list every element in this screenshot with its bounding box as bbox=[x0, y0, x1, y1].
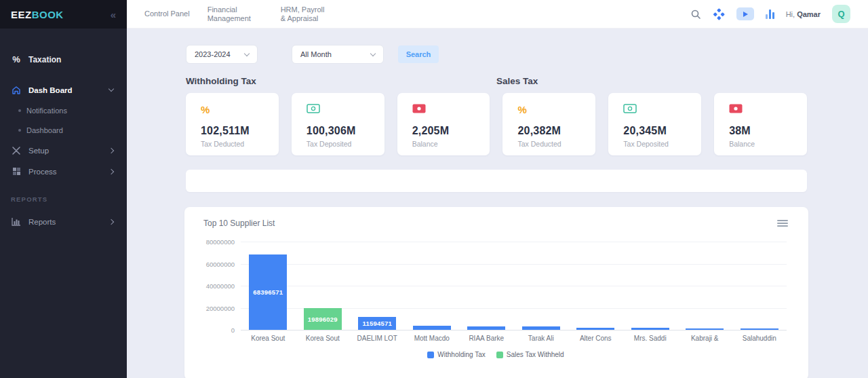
stat-value: 100,306M bbox=[307, 125, 374, 137]
y-tick: 60000000 bbox=[206, 260, 235, 267]
sidebar-header: EEZBOOK « bbox=[0, 0, 127, 29]
chevron-right-icon bbox=[108, 169, 114, 174]
bar-slot bbox=[514, 242, 569, 330]
user-greeting: Hi, Qamar bbox=[786, 10, 821, 18]
stat-value: 38M bbox=[729, 125, 796, 137]
bar-slot bbox=[405, 242, 460, 330]
bar bbox=[467, 326, 505, 330]
y-tick: 40000000 bbox=[206, 282, 235, 290]
bar-slot bbox=[623, 242, 678, 330]
bar bbox=[576, 328, 614, 330]
x-category-label: Kabraji & bbox=[677, 335, 732, 342]
chart-legend: Withholding Tax Sales Tax Withheld bbox=[203, 351, 788, 358]
legend-swatch bbox=[496, 352, 503, 358]
month-select[interactable]: All Month bbox=[292, 45, 384, 64]
bar-slot bbox=[568, 242, 623, 330]
stat-label: Tax Deducted bbox=[201, 140, 268, 148]
sidebar-item-label: Reports bbox=[28, 218, 56, 226]
nav-hrm-payroll[interactable]: HRM, Payroll & Appraisal bbox=[281, 5, 331, 23]
sidebar-item-label: Taxation bbox=[28, 55, 61, 64]
card-st-tax-deducted: % 20,382M Tax Deducted bbox=[502, 93, 595, 155]
bar-slot bbox=[677, 242, 732, 330]
bars-container: 683965711989602911594571 bbox=[241, 242, 787, 330]
legend-label: Withholding Tax bbox=[437, 351, 485, 358]
section-titles: Withholding Tax Sales Tax bbox=[186, 76, 807, 86]
y-tick: 0 bbox=[231, 326, 235, 334]
chevron-down-icon bbox=[370, 50, 376, 56]
sales-tax-title: Sales Tax bbox=[496, 76, 807, 86]
chart-menu-icon[interactable] bbox=[777, 219, 788, 228]
avatar[interactable]: Q bbox=[832, 5, 850, 23]
x-category-label: Korea Sout bbox=[296, 335, 351, 342]
bar bbox=[686, 328, 724, 330]
legend-label: Sales Tax Withheld bbox=[507, 351, 564, 358]
money-bill-icon bbox=[412, 104, 426, 113]
x-category-label: DAELIM LOT bbox=[350, 335, 405, 342]
x-axis-line bbox=[241, 330, 787, 330]
sidebar: EEZBOOK « % Taxation Dash Board Notifica… bbox=[0, 0, 127, 378]
sidebar-item-taxation[interactable]: % Taxation bbox=[0, 49, 127, 70]
bullet-icon bbox=[18, 129, 21, 132]
play-icon[interactable] bbox=[736, 7, 754, 20]
percent-icon: % bbox=[517, 105, 526, 115]
sidebar-item-dashboard[interactable]: Dashboard bbox=[0, 120, 127, 140]
analytics-icon[interactable] bbox=[766, 10, 774, 19]
card-st-tax-deposited: 20,345M Tax Deposited bbox=[608, 93, 701, 155]
user-name: Qamar bbox=[797, 10, 821, 18]
stat-label: Balance bbox=[729, 140, 796, 148]
legend-sales-tax-withheld[interactable]: Sales Tax Withheld bbox=[496, 351, 564, 358]
percent-icon: % bbox=[11, 54, 22, 64]
bar-value-label: 11594571 bbox=[363, 320, 392, 327]
stat-label: Tax Deducted bbox=[517, 140, 585, 148]
sidebar-item-setup[interactable]: Setup bbox=[0, 140, 127, 161]
sidebar-nav: % Taxation Dash Board Notifications Dash… bbox=[0, 29, 127, 232]
sidebar-item-notifications[interactable]: Notifications bbox=[0, 100, 127, 120]
year-select-value: 2023-2024 bbox=[195, 50, 231, 58]
search-icon[interactable] bbox=[690, 9, 701, 20]
bar-slot: 19896029 bbox=[296, 242, 351, 330]
card-wht-tax-deducted: % 102,511M Tax Deducted bbox=[186, 93, 279, 155]
chevron-down-icon bbox=[244, 50, 250, 56]
chevron-down-icon bbox=[108, 86, 114, 92]
legend-withholding-tax[interactable]: Withholding Tax bbox=[427, 351, 485, 358]
chart-header: Top 10 Supplier List bbox=[203, 219, 788, 228]
bar: 19896029 bbox=[304, 308, 342, 330]
sidebar-subitem-label: Dashboard bbox=[26, 126, 63, 134]
bar bbox=[413, 326, 451, 330]
stat-cards-row: % 102,511M Tax Deducted 100,306M Tax Dep… bbox=[186, 93, 807, 155]
filter-bar: 2023-2024 All Month Search bbox=[186, 45, 868, 64]
search-button[interactable]: Search bbox=[398, 45, 439, 63]
sidebar-item-reports[interactable]: Reports bbox=[0, 211, 127, 232]
sidebar-item-dashboard-parent[interactable]: Dash Board bbox=[0, 79, 127, 100]
legend-swatch bbox=[427, 352, 434, 358]
chart-plot: 80000000 60000000 40000000 20000000 0 68… bbox=[241, 242, 787, 330]
x-category-label: Mrs. Saddi bbox=[623, 335, 678, 342]
chevron-right-icon bbox=[108, 148, 114, 153]
bar-chart-icon bbox=[11, 217, 22, 226]
chevron-right-icon bbox=[108, 219, 114, 225]
nav-financial-management[interactable]: Financial Management bbox=[208, 5, 263, 23]
chart-title: Top 10 Supplier List bbox=[203, 219, 275, 228]
sidebar-item-label: Setup bbox=[28, 147, 49, 155]
card-st-balance: 38M Balance bbox=[714, 93, 807, 155]
y-tick: 80000000 bbox=[206, 238, 235, 246]
nav-control-panel[interactable]: Control Panel bbox=[144, 10, 190, 18]
apps-icon[interactable] bbox=[713, 8, 725, 20]
money-bill-icon bbox=[307, 104, 320, 113]
bar bbox=[741, 328, 778, 330]
bar-value-label: 68396571 bbox=[253, 288, 283, 296]
main-content: 2023-2024 All Month Search Withholding T… bbox=[127, 29, 868, 378]
stat-label: Tax Deposited bbox=[623, 140, 690, 148]
logo-text-primary: EEZ bbox=[11, 9, 32, 20]
sidebar-item-process[interactable]: Process bbox=[0, 161, 127, 182]
year-select[interactable]: 2023-2024 bbox=[186, 45, 258, 64]
money-bill-icon bbox=[623, 104, 637, 113]
grid-icon bbox=[11, 167, 22, 176]
month-select-value: All Month bbox=[300, 50, 332, 58]
bar-slot: 11594571 bbox=[350, 242, 405, 330]
stat-value: 20,345M bbox=[623, 125, 690, 137]
stat-value: 102,511M bbox=[201, 125, 268, 137]
bar bbox=[522, 326, 560, 330]
x-category-label: Mott Macdo bbox=[405, 335, 460, 342]
sidebar-collapse-icon[interactable]: « bbox=[111, 9, 116, 20]
